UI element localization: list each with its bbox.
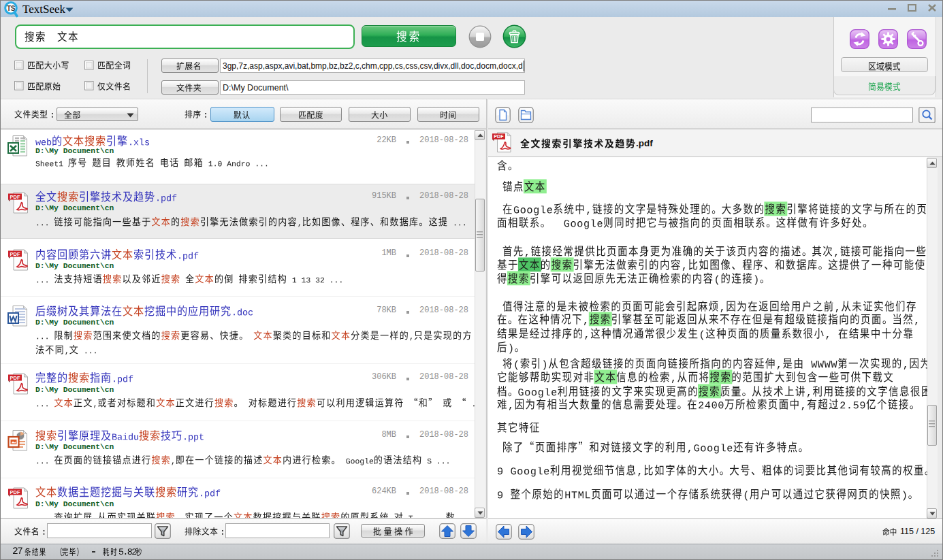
svg-text:TS: TS bbox=[7, 5, 16, 12]
svg-text:PDF: PDF bbox=[10, 375, 20, 381]
svg-text:PDF: PDF bbox=[10, 251, 20, 257]
svg-text:PDF: PDF bbox=[494, 134, 504, 139]
svg-text:PDF: PDF bbox=[10, 489, 20, 495]
svg-text:PDF: PDF bbox=[10, 194, 20, 200]
